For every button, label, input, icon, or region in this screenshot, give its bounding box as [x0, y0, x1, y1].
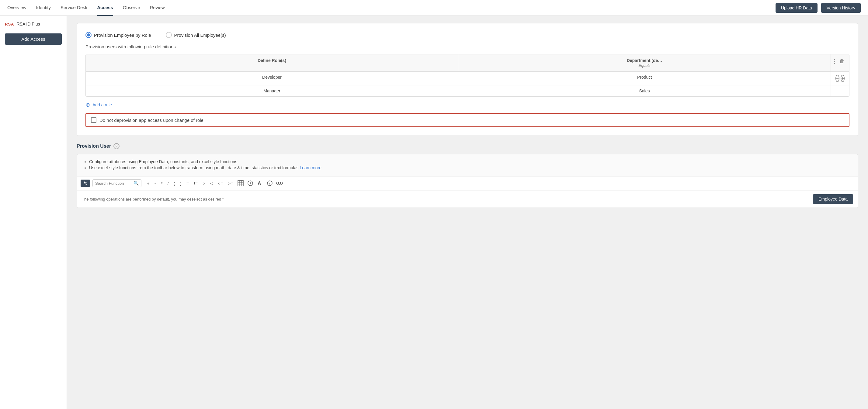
- sidebar-menu-icon[interactable]: ⋮: [56, 21, 62, 27]
- bottom-operations-text: The following operations are performed b…: [82, 197, 224, 201]
- deprovision-checkbox[interactable]: [91, 117, 96, 123]
- toolbar-op-multiply[interactable]: *: [159, 180, 164, 186]
- provision-card: Configure attributes using Employee Data…: [76, 154, 858, 208]
- learn-more-link[interactable]: Learn more: [300, 165, 322, 170]
- rule-table: Define Role(s) Department (de… Equals ⋮ …: [86, 54, 849, 97]
- sidebar-app-title: RSA ID Plus: [17, 22, 40, 27]
- table-row: Manager Sales: [86, 86, 849, 96]
- layout: RSA RSA ID Plus ⋮ Add Access Provision E…: [0, 16, 868, 409]
- bottom-bar: The following operations are performed b…: [77, 190, 858, 208]
- row1-role: Developer: [86, 72, 458, 85]
- radio-option-all-employees[interactable]: Provision All Employee(s): [166, 32, 226, 38]
- svg-point-13: [278, 182, 281, 184]
- top-nav: Overview Identity Service Desk Access Ob…: [0, 0, 868, 16]
- toolbar-op-equals[interactable]: =: [185, 180, 191, 186]
- add-rule-link[interactable]: ⊕ Add a rule: [86, 101, 849, 108]
- search-function-box[interactable]: 🔍: [92, 179, 142, 187]
- plus-button-row1[interactable]: +: [841, 75, 845, 82]
- row2-dept: Sales: [458, 86, 831, 96]
- checkbox-label: Do not deprovision app access upon chang…: [99, 117, 204, 123]
- toolbar-op-plus[interactable]: +: [145, 180, 151, 186]
- toolbar-op-rparen[interactable]: ): [178, 180, 183, 186]
- table-trash-icon[interactable]: 🗑: [839, 59, 844, 64]
- sidebar: RSA RSA ID Plus ⋮ Add Access: [0, 16, 67, 409]
- employee-data-button[interactable]: Employee Data: [813, 194, 853, 204]
- table-row: Developer Product − +: [86, 72, 849, 86]
- sidebar-header: RSA RSA ID Plus ⋮: [5, 21, 62, 27]
- toolbar-op-lparen[interactable]: (: [172, 180, 177, 186]
- add-rule-icon: ⊕: [86, 101, 90, 108]
- table-dots-icon[interactable]: ⋮: [832, 58, 837, 65]
- toolbar-op-gte[interactable]: >=: [226, 180, 235, 186]
- bullet-2: Use excel-style functions from the toolb…: [89, 165, 852, 170]
- nav-observe[interactable]: Observe: [123, 0, 140, 16]
- svg-rect-0: [238, 180, 243, 186]
- row2-role: Manager: [86, 86, 458, 96]
- toolbar-op-lt[interactable]: <: [208, 180, 215, 186]
- bullet-1: Configure attributes using Employee Data…: [89, 159, 852, 164]
- nav-items: Overview Identity Service Desk Access Ob…: [7, 0, 165, 16]
- sidebar-logo: RSA RSA ID Plus: [5, 22, 40, 27]
- svg-line-7: [250, 183, 251, 184]
- upload-hr-data-button[interactable]: Upload HR Data: [776, 3, 817, 13]
- section-title: Provision User ?: [76, 143, 858, 149]
- help-icon[interactable]: ?: [114, 143, 120, 149]
- radio-circle-by-role: [86, 32, 92, 38]
- col-dept-header: Department (de… Equals: [458, 55, 831, 72]
- row1-actions: − +: [831, 72, 849, 85]
- provision-by-role-card: Provision Employee by Role Provision All…: [76, 23, 858, 136]
- radio-group: Provision Employee by Role Provision All…: [86, 32, 849, 38]
- add-access-button[interactable]: Add Access: [5, 33, 62, 45]
- nav-service-desk[interactable]: Service Desk: [61, 0, 87, 16]
- toolbar-op-divide[interactable]: /: [166, 180, 170, 186]
- toolbar-op-lte[interactable]: <=: [216, 180, 225, 186]
- checkbox-area: Do not deprovision app access upon chang…: [86, 113, 849, 127]
- nav-identity[interactable]: Identity: [36, 0, 51, 16]
- formula-toolbar: fx 🔍 + - * / ( ) = != > < <= >=: [77, 176, 858, 190]
- provision-user-title: Provision User: [76, 143, 111, 149]
- fx-label: fx: [81, 179, 90, 187]
- toolbar-table-icon[interactable]: [236, 179, 245, 188]
- provision-rule-text: Provision users with following rule defi…: [86, 44, 849, 49]
- search-function-input[interactable]: [95, 181, 132, 186]
- toolbar-formula-icon[interactable]: [275, 179, 284, 188]
- rsa-logo-text: RSA: [5, 22, 14, 27]
- radio-label-by-role: Provision Employee by Role: [94, 33, 151, 38]
- radio-circle-all: [166, 32, 172, 38]
- toolbar-op-minus[interactable]: -: [153, 180, 158, 186]
- main-content: Provision Employee by Role Provision All…: [67, 16, 868, 409]
- toolbar-info-icon[interactable]: i: [266, 179, 274, 188]
- col-role-header: Define Role(s): [86, 55, 458, 72]
- radio-label-all: Provision All Employee(s): [174, 33, 226, 38]
- nav-buttons: Upload HR Data Version History: [776, 3, 861, 13]
- toolbar-op-gt[interactable]: >: [201, 180, 207, 186]
- col-header-actions: ⋮ 🗑: [831, 55, 849, 72]
- row1-dept: Product: [458, 72, 831, 85]
- add-rule-label: Add a rule: [92, 102, 112, 107]
- nav-review[interactable]: Review: [150, 0, 165, 16]
- toolbar-font-icon[interactable]: A: [256, 179, 264, 188]
- provision-user-section: Provision User ? Configure attributes us…: [76, 143, 858, 208]
- minus-button-row1[interactable]: −: [835, 75, 839, 82]
- nav-overview[interactable]: Overview: [7, 0, 27, 16]
- search-icon: 🔍: [133, 181, 139, 186]
- row2-actions: [831, 86, 849, 96]
- toolbar-op-notequals[interactable]: !=: [192, 180, 199, 186]
- nav-access[interactable]: Access: [97, 0, 113, 16]
- version-history-button[interactable]: Version History: [821, 3, 861, 13]
- radio-option-by-role[interactable]: Provision Employee by Role: [86, 32, 151, 38]
- svg-text:A: A: [257, 181, 261, 186]
- bullets-area: Configure attributes using Employee Data…: [77, 155, 858, 176]
- toolbar-clock-icon[interactable]: [246, 179, 254, 188]
- col-dept-sub: Equals: [639, 63, 651, 68]
- svg-text:i: i: [269, 181, 270, 185]
- rule-table-header: Define Role(s) Department (de… Equals ⋮ …: [86, 55, 849, 72]
